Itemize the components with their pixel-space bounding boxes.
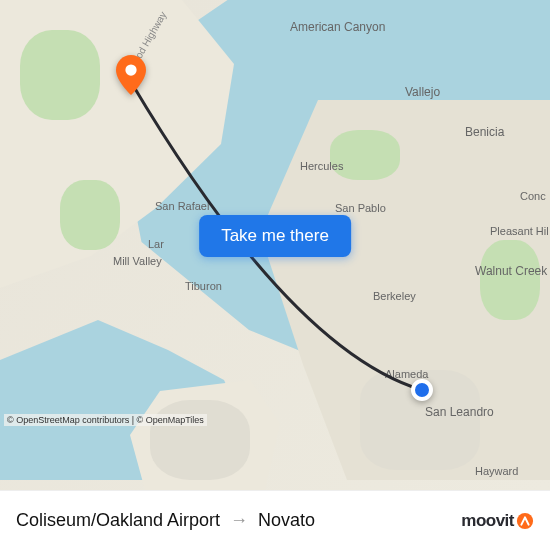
route-to-label: Novato [258,510,315,531]
brand-name: moovit [461,511,514,531]
map-pin-icon [116,55,146,95]
svg-point-1 [517,512,533,528]
city-label-mill-valley: Mill Valley [113,255,162,267]
route-summary: Coliseum/Oakland Airport → Novato [16,510,461,531]
route-footer: Coliseum/Oakland Airport → Novato moovit [0,490,550,550]
route-from-label: Coliseum/Oakland Airport [16,510,220,531]
origin-marker[interactable] [411,379,433,401]
svg-point-0 [125,64,136,75]
park-area [480,240,540,320]
moovit-logo-icon [516,512,534,530]
park-area [20,30,100,120]
park-area [60,180,120,250]
take-me-there-button[interactable]: Take me there [199,215,351,257]
moovit-logo[interactable]: moovit [461,511,534,531]
destination-marker[interactable] [116,55,146,85]
park-area [330,130,400,180]
map-attribution: © OpenStreetMap contributors | © OpenMap… [4,414,207,426]
map-canvas[interactable]: wood Highway American Canyon Vallejo Ben… [0,0,550,490]
urban-area [150,400,250,480]
arrow-right-icon: → [230,510,248,531]
